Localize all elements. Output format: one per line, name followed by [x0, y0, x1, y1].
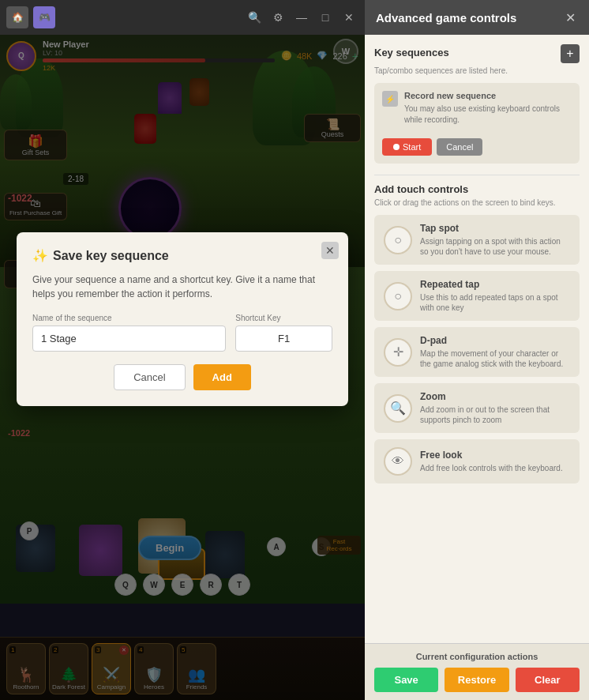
tap-spot-info: Tap spot Assign tapping on a spot with t…	[420, 223, 570, 257]
panel-title: Advanced game controls	[376, 11, 516, 24]
add-key-sequence-button[interactable]: +	[561, 44, 580, 63]
touch-controls-desc: Click or drag the actions on the screen …	[374, 198, 580, 207]
current-config-title: Current configuration actions	[374, 652, 580, 661]
free-look-desc: Add free look controls with the keyboard…	[420, 463, 570, 473]
start-recording-button[interactable]: Start	[382, 138, 432, 156]
free-look-item[interactable]: 👁 Free look Add free look controls with …	[374, 439, 580, 484]
save-key-sequence-modal: ✕ ✨ Save key sequence Give your sequence…	[17, 232, 348, 406]
touch-controls-title: Add touch controls	[374, 183, 580, 195]
record-box-title: Record new sequence	[404, 91, 572, 100]
key-sequences-header: Key sequences +	[374, 44, 580, 63]
modal-add-button[interactable]: Add	[193, 364, 251, 390]
repeated-tap-item[interactable]: ○ Repeated tap Use this to add repeated …	[374, 271, 580, 321]
touch-controls-section: Add touch controls Click or drag the act…	[374, 183, 580, 484]
dpad-name: D-pad	[420, 335, 570, 346]
sequence-name-input[interactable]	[32, 326, 226, 352]
dpad-item[interactable]: ✛ D-pad Map the movement of your charact…	[374, 327, 580, 377]
dpad-desc: Map the movement of your character or th…	[420, 348, 570, 369]
record-box-desc: You may also use existing keyboard contr…	[404, 103, 572, 126]
repeated-tap-desc: Use this to add repeated taps on a spot …	[420, 292, 570, 313]
panel-header: Advanced game controls ✕	[365, 0, 589, 35]
record-box: ⚡ Record new sequence You may also use e…	[374, 83, 580, 164]
modal-overlay: ✕ ✨ Save key sequence Give your sequence…	[0, 35, 365, 700]
repeated-tap-info: Repeated tap Use this to add repeated ta…	[420, 279, 570, 313]
modal-title-icon: ✨	[32, 248, 48, 263]
record-actions: Start Cancel	[382, 138, 572, 156]
sequence-name-label: Name of the sequence	[32, 314, 226, 322]
shortcut-key-field: Shortcut Key	[235, 314, 332, 352]
modal-title-text: Save key sequence	[53, 249, 169, 263]
modal-close-button[interactable]: ✕	[321, 242, 339, 259]
dpad-icon: ✛	[384, 338, 412, 367]
shortcut-key-label: Shortcut Key	[235, 314, 332, 322]
right-panel: Advanced game controls ✕ Key sequences +…	[365, 0, 589, 700]
repeated-tap-name: Repeated tap	[420, 279, 570, 290]
maximize-icon[interactable]: □	[316, 8, 335, 27]
record-dot-icon	[393, 144, 400, 150]
save-button[interactable]: Save	[374, 668, 438, 692]
clear-button[interactable]: Clear	[516, 668, 580, 692]
close-window-icon[interactable]: ✕	[340, 8, 358, 27]
restore-button[interactable]: Restore	[445, 668, 508, 692]
free-look-name: Free look	[420, 450, 570, 461]
section-divider-1	[374, 175, 580, 175]
settings-icon[interactable]: ⚙	[268, 8, 287, 27]
cancel-recording-button[interactable]: Cancel	[437, 138, 482, 156]
panel-bottom: Current configuration actions Save Resto…	[365, 643, 589, 700]
panel-close-button[interactable]: ✕	[562, 9, 578, 25]
repeated-tap-icon: ○	[384, 282, 412, 310]
key-sequences-desc: Tap/combo sequences are listed here.	[374, 66, 580, 75]
sequence-name-field: Name of the sequence	[32, 314, 226, 352]
game-topbar: 🏠 🎮 🔍 ⚙ — □ ✕	[0, 0, 365, 35]
key-sequences-section: Key sequences + Tap/combo sequences are …	[374, 44, 580, 164]
home-icon[interactable]: 🏠	[6, 6, 28, 28]
zoom-name: Zoom	[420, 391, 570, 402]
record-box-content: ⚡ Record new sequence You may also use e…	[382, 91, 572, 132]
modal-title: ✨ Save key sequence	[32, 248, 332, 263]
modal-cancel-button[interactable]: Cancel	[114, 364, 185, 390]
record-box-text: Record new sequence You may also use exi…	[404, 91, 572, 132]
minimize-icon[interactable]: —	[292, 8, 311, 27]
zoom-item[interactable]: 🔍 Zoom Add zoom in or out to the screen …	[374, 383, 580, 433]
modal-fields: Name of the sequence Shortcut Key	[32, 314, 332, 352]
tap-spot-item[interactable]: ○ Tap spot Assign tapping on a spot with…	[374, 215, 580, 265]
free-look-info: Free look Add free look controls with th…	[420, 450, 570, 473]
panel-bottom-actions: Save Restore Clear	[374, 668, 580, 692]
key-sequences-title: Key sequences	[374, 47, 449, 58]
game-icon[interactable]: 🎮	[33, 6, 55, 28]
game-area: 🏠 🎮 🔍 ⚙ — □ ✕ Q New Player LV: 10	[0, 0, 365, 700]
search-icon[interactable]: 🔍	[245, 8, 264, 27]
tap-spot-name: Tap spot	[420, 223, 570, 234]
shortcut-key-input[interactable]	[235, 326, 332, 352]
tap-spot-icon: ○	[384, 226, 412, 254]
panel-content: Key sequences + Tap/combo sequences are …	[365, 35, 589, 643]
modal-description: Give your sequence a name and a shortcut…	[32, 273, 332, 301]
zoom-info: Zoom Add zoom in or out to the screen th…	[420, 391, 570, 425]
record-icon: ⚡	[382, 91, 398, 107]
free-look-icon: 👁	[384, 447, 412, 476]
zoom-icon: 🔍	[384, 394, 412, 423]
tap-spot-desc: Assign tapping on a spot with this actio…	[420, 236, 570, 257]
modal-actions: Cancel Add	[32, 364, 332, 390]
dpad-info: D-pad Map the movement of your character…	[420, 335, 570, 369]
zoom-desc: Add zoom in or out to the screen that su…	[420, 405, 570, 425]
